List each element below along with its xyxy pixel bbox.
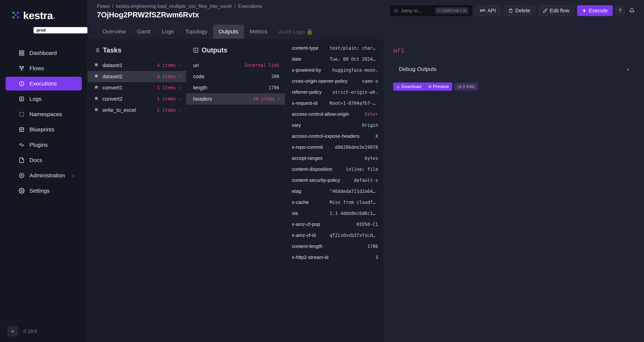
header-row[interactable]: x-request-id Root=1-6704a7b7-... (285, 98, 384, 109)
edit-flow-button[interactable]: Edit flow (538, 5, 574, 16)
header-value: strict-origin-wh. (332, 90, 378, 95)
header-row[interactable]: x-powered-by huggingface-moon. (285, 65, 384, 76)
svg-rect-3 (22, 54, 24, 55)
download-icon (396, 85, 400, 88)
collapse-button[interactable]: « (8, 326, 18, 336)
output-name: code (193, 74, 268, 80)
header-row[interactable]: date Tue, 08 Oct 2024... (285, 54, 384, 65)
svg-point-6 (21, 69, 22, 70)
output-item[interactable]: uri Internal link (186, 60, 285, 71)
help-button[interactable]: ? (615, 6, 624, 15)
breadcrumb-flow-name[interactable]: kestra.engineering.load_multiple_csv_fil… (116, 3, 232, 9)
keyboard-icon (438, 9, 441, 12)
tab-outputs[interactable]: Outputs (213, 25, 244, 39)
tab-overview[interactable]: Overview (97, 25, 131, 39)
svg-rect-1 (22, 51, 24, 53)
header-row[interactable]: x-amz-cf-id qT2isOvxb37xYsLH... (285, 230, 384, 241)
download-button[interactable]: Download (393, 83, 425, 91)
header-row[interactable]: x-repo-commit d06286dee3e19978 (285, 142, 384, 153)
task-items-count: 4 items (157, 63, 176, 68)
logo-icon (9, 9, 22, 22)
header-row[interactable]: content-length 1786 (285, 241, 384, 252)
header-row[interactable]: access-control-allow-origin Exter (285, 109, 384, 120)
header-value: same-o (362, 79, 378, 84)
sidebar-item-dashboard[interactable]: Dashboard (6, 46, 82, 60)
docs-icon (19, 157, 24, 163)
sidebar-item-executions[interactable]: Executions (6, 77, 82, 91)
tab-topology[interactable]: Topology (180, 25, 213, 39)
notifications-button[interactable] (627, 6, 636, 15)
api-button[interactable]: API API (474, 5, 501, 16)
sidebar-item-docs[interactable]: Docs (6, 153, 82, 167)
header-row[interactable]: via 1.1 4dde8ec6d6c1... (285, 208, 384, 219)
blueprints-icon (19, 127, 24, 132)
logo[interactable]: kestra. (0, 0, 88, 25)
task-items-count: 4 items (157, 74, 176, 79)
header-row[interactable]: vary Origin (285, 120, 384, 131)
header-row[interactable]: cross-origin-opener-policy same-o (285, 76, 384, 87)
sidebar-item-flows[interactable]: Flows (6, 61, 82, 75)
output-item[interactable]: code 200 (186, 71, 285, 82)
header-row[interactable]: referrer-policy strict-origin-wh. (285, 87, 384, 98)
header-value: d06286dee3e19978 (335, 145, 378, 150)
tab-gantt[interactable]: Gantt (131, 25, 156, 39)
header-row[interactable]: content-security-policy default-s (285, 175, 384, 186)
header-key: x-http2-stream-id (292, 254, 373, 260)
help-icon: ? (618, 8, 622, 14)
sidebar-item-logs[interactable]: Logs (6, 92, 82, 106)
output-item[interactable]: length 1786 (186, 82, 285, 93)
header-key: access-control-allow-origin (292, 111, 362, 117)
task-item[interactable]: convert1 1 items › (88, 82, 186, 93)
svg-rect-19 (95, 97, 98, 100)
header-row[interactable]: content-type text/plain; char... (285, 43, 384, 54)
sidebar-item-settings[interactable]: Settings (6, 184, 82, 198)
tab-audit-logs: Audit Logs🔒 (273, 25, 319, 39)
svg-point-11 (21, 175, 22, 176)
sidebar-item-blueprints[interactable]: Blueprints (6, 123, 82, 136)
task-item[interactable]: dataset1 4 items › (88, 60, 186, 71)
sidebar-item-administration[interactable]: Administration › (6, 168, 82, 182)
output-value: 200 (271, 74, 279, 79)
header-row[interactable]: etag "46ddeda721d2a64... (285, 186, 384, 197)
header-value: Origin (362, 123, 378, 128)
task-item[interactable]: convert2 1 items › (88, 93, 186, 105)
task-item[interactable]: dataset2 4 items › (88, 71, 186, 82)
execute-button[interactable]: Execute (577, 5, 613, 16)
header-row[interactable]: accept-ranges bytes (285, 153, 384, 164)
header-key: accept-ranges (292, 155, 362, 161)
headers-column: content-type text/plain; char... date Tu… (285, 39, 384, 342)
jump-to-search[interactable]: Jump to... Ctrl/Cmd + K (390, 5, 472, 16)
header-value: qT2isOvxb37xYsLH... (330, 233, 378, 238)
task-items-count: 1 items (157, 96, 176, 102)
debug-outputs-panel[interactable]: Debug Outputs › (393, 61, 635, 77)
svg-rect-16 (95, 64, 98, 66)
bell-icon (629, 8, 634, 13)
header-row[interactable]: content-disposition inline; file (285, 164, 384, 175)
plugins-icon (19, 142, 24, 148)
flows-icon (19, 65, 24, 71)
header-key: content-disposition (292, 166, 344, 172)
header-row[interactable]: x-amz-cf-pop HIO50-C1 (285, 219, 384, 230)
header-key: via (292, 210, 328, 216)
task-type-icon (94, 107, 100, 113)
task-item[interactable]: write_to_excel 2 items › (88, 105, 186, 116)
header-row[interactable]: x-http2-stream-id 3 (285, 252, 384, 263)
file-size-badge: (4.0 KiB) (454, 83, 478, 91)
delete-button[interactable]: Delete (504, 5, 535, 16)
tab-logs[interactable]: Logs (156, 25, 180, 39)
chevron-right-icon: › (179, 85, 180, 91)
output-value: Internal link (244, 63, 279, 68)
sidebar-item-plugins[interactable]: Plugins (6, 138, 82, 152)
header-key: x-cache (292, 199, 328, 205)
breadcrumb-flows[interactable]: Flows (97, 3, 110, 9)
breadcrumb-executions[interactable]: Executions (238, 3, 262, 9)
header-key: x-repo-commit (292, 144, 333, 150)
preview-button[interactable]: Preview (425, 83, 452, 91)
header-value: Tue, 08 Oct 2024... (330, 57, 378, 62)
sidebar-item-namespaces[interactable]: Namespaces (6, 107, 82, 121)
header-key: access-control-expose-headers (292, 133, 373, 139)
output-item[interactable]: headers 20 items › (186, 93, 285, 105)
header-row[interactable]: access-control-expose-headers X (285, 131, 384, 142)
header-row[interactable]: x-cache Miss from cloudf... (285, 197, 384, 208)
tab-metrics[interactable]: Metrics (244, 25, 273, 39)
